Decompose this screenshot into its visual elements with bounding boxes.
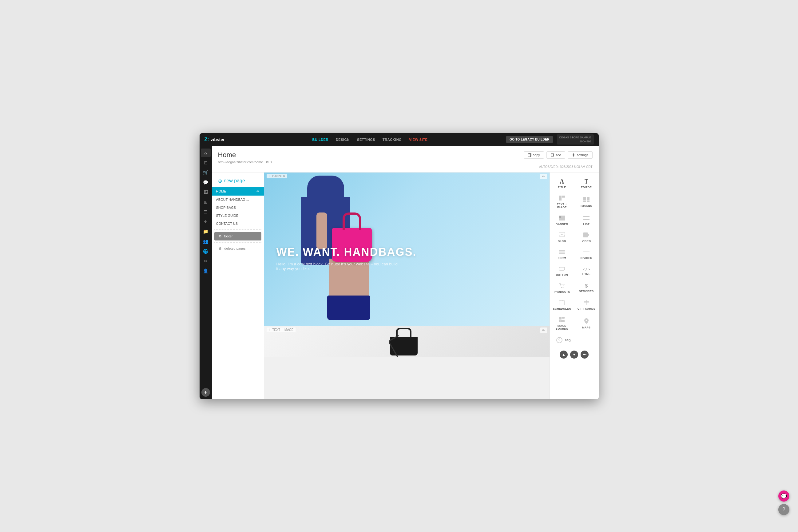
widget-divider[interactable]: DIVIDER xyxy=(574,246,599,263)
pages-sidebar: ⊕ new page HOME ✏ ABOUT HANDBAG ... SHOP… xyxy=(212,172,264,399)
widget-mood-boards[interactable]: MOOD BOARDS xyxy=(550,314,574,334)
content-layout: ⊕ new page HOME ✏ ABOUT HANDBAG ... SHOP… xyxy=(212,172,599,399)
page-header: Home copy seo settings xyxy=(212,146,599,172)
widget-products[interactable]: PRODUCTS xyxy=(550,280,574,297)
sidebar-item-home[interactable]: ⌂ xyxy=(201,149,211,157)
page-item-shop[interactable]: SHOP BAGS xyxy=(212,204,264,212)
svg-rect-6 xyxy=(583,197,586,200)
svg-rect-31 xyxy=(562,317,565,319)
copy-button[interactable]: copy xyxy=(524,151,544,159)
banner-drag-handle[interactable]: ⠿ xyxy=(268,174,271,178)
page-item-style[interactable]: STYLE GUIDE xyxy=(212,212,264,220)
banner-content: WE. WANT. HANDBAGS. Hello! I'm a cool te… xyxy=(277,246,417,271)
widget-down-button[interactable]: ▼ xyxy=(570,350,578,359)
widget-up-button[interactable]: ▲ xyxy=(560,350,568,359)
widget-editor[interactable]: T EDITOR xyxy=(574,175,599,192)
widget-text-image[interactable]: TEXT + IMAGE xyxy=(550,192,574,212)
banner-background: WE. WANT. HANDBAGS. Hello! I'm a cool te… xyxy=(264,172,550,326)
page-item-contact[interactable]: CONTACT US xyxy=(212,220,264,228)
nav-view-site[interactable]: VIEW SITE xyxy=(409,138,428,141)
banner-label-text: BANNER xyxy=(272,174,285,178)
sidebar-item-contacts[interactable]: 👥 xyxy=(201,237,211,246)
widget-html[interactable]: </> HTML xyxy=(574,263,599,280)
browser-window: Z: zibster BUILDER DESIGN SETTINGS TRACK… xyxy=(200,133,599,399)
sidebar-item-pages[interactable]: ⊡ xyxy=(201,158,211,167)
page-item-about[interactable]: ABOUT HANDBAG ... xyxy=(212,195,264,204)
widget-list[interactable]: LIST xyxy=(574,212,599,229)
widget-images[interactable]: IMAGES xyxy=(574,192,599,212)
main-layout: ⌂ ⊡ 🛒 💬 🖼 ⊞ ☰ ✈ 📁 👥 🌐 ✉ 👤 + Home xyxy=(200,146,599,399)
banner-subtext: Hello! I'm a cool text block. Go nuts! I… xyxy=(277,262,399,271)
widget-video[interactable]: VIDEO xyxy=(574,229,599,246)
widget-scheduler[interactable]: SCHEDULER xyxy=(550,297,574,314)
seo-button[interactable]: seo xyxy=(547,151,565,159)
deleted-pages-item[interactable]: 🗑 deleted pages xyxy=(214,245,261,252)
sidebar-item-list[interactable]: ☰ xyxy=(201,208,211,216)
svg-rect-15 xyxy=(559,232,565,237)
footer-item[interactable]: ⚙ footer xyxy=(214,232,261,241)
widget-services[interactable]: $ SERVICES xyxy=(574,280,599,297)
nav-tracking[interactable]: TRACKING xyxy=(383,138,402,141)
new-page-button[interactable]: ⊕ new page xyxy=(214,176,261,186)
sidebar-item-calendar[interactable]: ⊞ xyxy=(201,198,211,206)
svg-rect-8 xyxy=(583,201,586,202)
style-page-label: STYLE GUIDE xyxy=(216,214,239,217)
form-widget-icon xyxy=(559,249,565,255)
logo-icon: Z: xyxy=(205,137,209,142)
sidebar-separator xyxy=(214,229,261,230)
page-actions: copy seo settings xyxy=(524,151,593,159)
sidebar-item-mail[interactable]: ✉ xyxy=(201,257,211,265)
chat-button[interactable]: 💬 xyxy=(778,491,790,501)
contact-page-label: CONTACT US xyxy=(216,222,238,225)
blog-widget-label: BLOG xyxy=(558,240,566,243)
svg-rect-22 xyxy=(559,267,565,270)
widget-maps[interactable]: MAPS xyxy=(574,314,599,334)
sidebar-item-globe[interactable]: 🌐 xyxy=(201,247,211,255)
text-image-widget-icon xyxy=(559,195,565,202)
legacy-builder-button[interactable]: GO TO LEGACY BUILDER xyxy=(506,136,553,143)
widget-form[interactable]: FORM xyxy=(550,246,574,263)
page-item-home[interactable]: HOME ✏ xyxy=(212,187,264,195)
svg-point-34 xyxy=(586,320,587,321)
nav-builder[interactable]: BUILDER xyxy=(312,138,328,141)
text-image-label-text: TEXT + IMAGE xyxy=(272,328,294,331)
sidebar-item-gallery[interactable]: 🖼 xyxy=(201,188,211,196)
settings-button[interactable]: settings xyxy=(568,151,593,159)
deleted-label: deleted pages xyxy=(225,247,246,250)
faq-widget-icon: ? xyxy=(556,337,563,343)
help-button[interactable]: ? xyxy=(778,504,790,515)
text-image-section: ⠿ TEXT + IMAGE ✏ xyxy=(264,326,550,357)
products-widget-label: PRODUCTS xyxy=(554,290,570,293)
widget-controls: ▲ ▼ ••• xyxy=(550,348,599,361)
svg-rect-0 xyxy=(528,154,530,157)
banner-section-label: ⠿ BANNER xyxy=(267,174,287,178)
widget-faq[interactable]: ? FAQ xyxy=(550,334,599,346)
widget-banner[interactable]: BANNER xyxy=(550,212,574,229)
sidebar-item-chat[interactable]: 💬 xyxy=(201,178,211,187)
banner-widget-icon xyxy=(559,215,565,222)
canvas-area: ⠿ BANNER ✏ WE. WANT. HANDBAGS. Hello! I'… xyxy=(264,172,550,399)
svg-rect-12 xyxy=(583,216,589,217)
sidebar-item-user[interactable]: 👤 xyxy=(201,267,211,275)
widget-grid: A TITLE T EDITOR TEXT + IMAGE xyxy=(550,175,599,346)
widget-blog[interactable]: BLOG xyxy=(550,229,574,246)
banner-edit-button[interactable]: ✏ xyxy=(540,174,547,179)
divider-widget-label: DIVIDER xyxy=(580,256,592,260)
svg-rect-5 xyxy=(562,199,565,199)
sidebar-item-cart[interactable]: 🛒 xyxy=(201,168,211,177)
images-widget-label: IMAGES xyxy=(581,204,592,207)
sidebar-item-email[interactable]: ✈ xyxy=(201,217,211,226)
widget-more-button[interactable]: ••• xyxy=(581,350,589,359)
widget-gift-cards[interactable]: GIFT CARDS xyxy=(574,297,599,314)
widget-button[interactable]: BUTTON xyxy=(550,263,574,280)
sidebar-item-files[interactable]: 📁 xyxy=(201,227,211,236)
widget-panel: A TITLE T EDITOR TEXT + IMAGE xyxy=(550,172,599,399)
nav-settings[interactable]: SETTINGS xyxy=(357,138,375,141)
text-image-drag-handle[interactable]: ⠿ xyxy=(268,328,271,331)
sidebar-add-button[interactable]: + xyxy=(202,388,210,397)
store-id: 800-4498 xyxy=(559,139,591,144)
widget-title[interactable]: A TITLE xyxy=(550,175,574,192)
about-page-label: ABOUT HANDBAG ... xyxy=(216,198,249,202)
nav-design[interactable]: DESIGN xyxy=(336,138,350,141)
text-image-edit-button[interactable]: ✏ xyxy=(540,327,547,333)
